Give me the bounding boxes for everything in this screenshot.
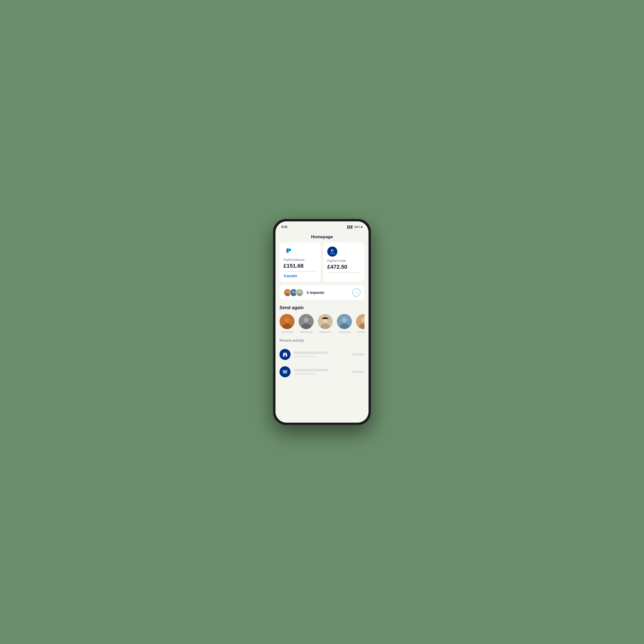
svg-point-23 [342, 317, 347, 323]
transfer-button[interactable]: Transfer [284, 274, 317, 278]
contact-item-2[interactable] [299, 314, 314, 333]
activity-item-2[interactable]: W [279, 363, 365, 380]
activity-item-1[interactable] [279, 346, 365, 363]
contact-avatar-3 [318, 314, 333, 329]
phone-screen: 9:41 ▌▌▌ WiFi ■ Homepage P P [275, 221, 369, 423]
svg-point-7 [293, 291, 295, 293]
contact-avatar-5 [356, 314, 365, 329]
balance-cards-row: P P PayPal balance £151.68 Transfer P [279, 243, 365, 282]
activity-letter-w: W [283, 369, 288, 375]
contact-item-3[interactable] [318, 314, 333, 333]
activity-name-1 [294, 351, 329, 354]
phone-frame: 9:41 ▌▌▌ WiFi ■ Homepage P P [273, 219, 371, 425]
svg-rect-29 [284, 355, 286, 357]
contact-name-placeholder-3 [319, 331, 332, 333]
balance-divider [284, 271, 317, 272]
credit-label: PayPal Credit [327, 259, 360, 263]
balance-amount: £151.68 [284, 263, 317, 269]
paypal-credit-logo: P Credit [327, 247, 337, 257]
contact-name-placeholder-2 [300, 331, 312, 333]
activity-sub-2 [294, 373, 316, 375]
activity-amount-1 [352, 353, 365, 356]
requests-avatar-stack [284, 289, 304, 297]
activity-sub-1 [294, 355, 316, 357]
svg-point-15 [285, 317, 290, 323]
credit-divider [327, 272, 360, 273]
credit-logo-text: Credit [330, 253, 335, 254]
svg-point-4 [287, 291, 289, 293]
svg-text:P: P [287, 248, 291, 254]
activity-details-1 [294, 351, 352, 357]
activity-details-2 [294, 369, 352, 375]
wifi-icon: WiFi [354, 225, 360, 228]
activity-icon-store [279, 349, 291, 360]
svg-point-11 [298, 293, 302, 296]
scroll-content: P P PayPal balance £151.68 Transfer P [275, 243, 369, 423]
activity-amount-2 [352, 371, 365, 373]
svg-point-17 [304, 317, 309, 323]
credit-amount: £472.50 [327, 264, 360, 270]
paypal-logo: P P [284, 247, 293, 256]
signal-icon: ▌▌▌ [347, 225, 353, 228]
svg-point-8 [292, 293, 296, 296]
contact-avatar-2 [299, 314, 314, 329]
battery-icon: ■ [361, 225, 363, 228]
contact-item-1[interactable] [279, 314, 295, 333]
contact-name-placeholder-4 [338, 331, 351, 333]
status-icons: ▌▌▌ WiFi ■ [347, 225, 363, 228]
send-again-section: Send again [279, 305, 365, 333]
svg-point-5 [286, 293, 290, 296]
status-bar: 9:41 ▌▌▌ WiFi ■ [275, 221, 369, 232]
requests-banner[interactable]: 3 requests → [279, 285, 365, 300]
svg-point-10 [299, 291, 301, 293]
requests-arrow-button[interactable]: → [352, 289, 360, 297]
contact-name-placeholder-1 [281, 331, 293, 333]
page-title: Homepage [275, 232, 369, 243]
arrow-icon: → [355, 291, 358, 295]
recent-activity-section: Recent activity [279, 338, 365, 380]
contact-item-4[interactable] [337, 314, 352, 333]
recent-activity-title: Recent activity [279, 338, 365, 342]
contact-item-5[interactable] [356, 314, 365, 333]
activity-icon-w: W [279, 366, 291, 377]
paypal-credit-card[interactable]: P Credit PayPal Credit £472.50 [323, 243, 365, 282]
contact-avatar-4 [337, 314, 352, 329]
send-again-title: Send again [279, 305, 365, 310]
paypal-balance-card[interactable]: P P PayPal balance £151.68 Transfer [279, 243, 321, 282]
send-again-list [279, 314, 365, 333]
status-time: 9:41 [281, 225, 288, 229]
requests-label: 3 requests [307, 291, 352, 295]
activity-name-2 [294, 369, 329, 371]
contact-name-placeholder-5 [357, 331, 365, 333]
balance-label: PayPal balance [284, 258, 317, 262]
contact-avatar-1 [279, 314, 295, 329]
request-avatar-3 [296, 289, 304, 297]
